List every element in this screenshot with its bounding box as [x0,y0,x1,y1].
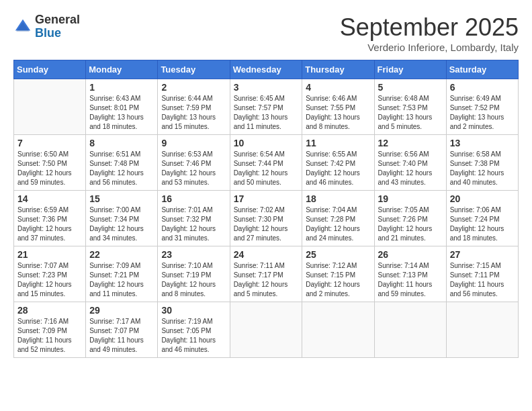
day-info: Sunrise: 6:43 AM Sunset: 8:01 PM Dayligh… [89,94,154,132]
day-info: Sunrise: 7:14 AM Sunset: 7:13 PM Dayligh… [378,261,443,299]
calendar-cell: 2Sunrise: 6:44 AM Sunset: 7:59 PM Daylig… [158,79,230,135]
calendar-cell: 16Sunrise: 7:01 AM Sunset: 7:32 PM Dayli… [158,191,230,246]
day-number: 28 [17,305,82,316]
day-number: 29 [89,305,154,316]
day-number: 2 [161,82,226,93]
day-number: 16 [161,193,226,204]
day-number: 27 [450,249,515,260]
day-info: Sunrise: 6:59 AM Sunset: 7:36 PM Dayligh… [17,205,82,243]
day-info: Sunrise: 6:45 AM Sunset: 7:57 PM Dayligh… [234,94,299,132]
calendar-cell: 29Sunrise: 7:17 AM Sunset: 7:07 PM Dayli… [86,302,158,358]
day-info: Sunrise: 6:58 AM Sunset: 7:38 PM Dayligh… [450,150,515,187]
weekday-header: Sunday [14,60,86,79]
day-info: Sunrise: 7:00 AM Sunset: 7:34 PM Dayligh… [89,205,154,243]
calendar-cell: 22Sunrise: 7:09 AM Sunset: 7:21 PM Dayli… [86,246,158,302]
calendar-cell: 8Sunrise: 6:51 AM Sunset: 7:48 PM Daylig… [86,135,158,191]
calendar-cell [302,302,374,358]
weekday-row: SundayMondayTuesdayWednesdayThursdayFrid… [14,60,519,79]
weekday-header: Saturday [446,60,518,79]
calendar-cell: 23Sunrise: 7:10 AM Sunset: 7:19 PM Dayli… [158,246,230,302]
day-info: Sunrise: 6:49 AM Sunset: 7:52 PM Dayligh… [450,94,515,132]
calendar-cell: 11Sunrise: 6:55 AM Sunset: 7:42 PM Dayli… [302,135,374,191]
day-info: Sunrise: 7:05 AM Sunset: 7:26 PM Dayligh… [378,205,443,243]
calendar-week-row: 7Sunrise: 6:50 AM Sunset: 7:50 PM Daylig… [14,135,519,191]
calendar-week-row: 28Sunrise: 7:16 AM Sunset: 7:09 PM Dayli… [14,302,519,358]
calendar-cell: 15Sunrise: 7:00 AM Sunset: 7:34 PM Dayli… [86,191,158,246]
month-title: September 2025 [340,13,519,42]
day-number: 5 [378,82,443,93]
day-info: Sunrise: 7:19 AM Sunset: 7:05 PM Dayligh… [161,317,226,355]
day-info: Sunrise: 7:01 AM Sunset: 7:32 PM Dayligh… [161,205,226,243]
day-info: Sunrise: 6:51 AM Sunset: 7:48 PM Dayligh… [89,150,154,187]
day-info: Sunrise: 7:07 AM Sunset: 7:23 PM Dayligh… [17,261,82,299]
calendar-week-row: 14Sunrise: 6:59 AM Sunset: 7:36 PM Dayli… [14,191,519,246]
day-info: Sunrise: 6:54 AM Sunset: 7:44 PM Dayligh… [234,150,299,187]
header: General Blue September 2025 Verderio Inf… [13,13,519,53]
calendar-cell: 17Sunrise: 7:02 AM Sunset: 7:30 PM Dayli… [230,191,302,246]
day-number: 22 [89,249,154,260]
day-number: 13 [450,138,515,148]
weekday-header: Thursday [302,60,374,79]
calendar-header: SundayMondayTuesdayWednesdayThursdayFrid… [14,60,519,79]
calendar-week-row: 21Sunrise: 7:07 AM Sunset: 7:23 PM Dayli… [14,246,519,302]
day-number: 7 [17,138,82,148]
day-number: 14 [17,193,82,204]
calendar-week-row: 1Sunrise: 6:43 AM Sunset: 8:01 PM Daylig… [14,79,519,135]
calendar-cell: 28Sunrise: 7:16 AM Sunset: 7:09 PM Dayli… [14,302,86,358]
calendar-cell: 14Sunrise: 6:59 AM Sunset: 7:36 PM Dayli… [14,191,86,246]
calendar-cell: 6Sunrise: 6:49 AM Sunset: 7:52 PM Daylig… [446,79,518,135]
day-info: Sunrise: 7:12 AM Sunset: 7:15 PM Dayligh… [306,261,370,299]
day-number: 25 [306,249,370,260]
calendar-cell: 9Sunrise: 6:53 AM Sunset: 7:46 PM Daylig… [158,135,230,191]
location: Verderio Inferiore, Lombardy, Italy [340,42,519,53]
calendar-cell: 30Sunrise: 7:19 AM Sunset: 7:05 PM Dayli… [158,302,230,358]
day-number: 9 [161,138,226,148]
calendar-table: SundayMondayTuesdayWednesdayThursdayFrid… [13,60,519,358]
day-number: 30 [161,305,226,316]
calendar-cell: 1Sunrise: 6:43 AM Sunset: 8:01 PM Daylig… [86,79,158,135]
day-number: 10 [234,138,299,148]
day-info: Sunrise: 6:53 AM Sunset: 7:46 PM Dayligh… [161,150,226,187]
calendar-cell [14,79,86,135]
weekday-header: Wednesday [230,60,302,79]
day-info: Sunrise: 7:15 AM Sunset: 7:11 PM Dayligh… [450,261,515,299]
calendar-cell: 7Sunrise: 6:50 AM Sunset: 7:50 PM Daylig… [14,135,86,191]
day-info: Sunrise: 7:11 AM Sunset: 7:17 PM Dayligh… [234,261,299,299]
day-number: 21 [17,249,82,260]
day-number: 18 [306,193,370,204]
day-info: Sunrise: 7:17 AM Sunset: 7:07 PM Dayligh… [89,317,154,355]
calendar-cell: 27Sunrise: 7:15 AM Sunset: 7:11 PM Dayli… [446,246,518,302]
day-info: Sunrise: 7:06 AM Sunset: 7:24 PM Dayligh… [450,205,515,243]
day-number: 15 [89,193,154,204]
calendar-cell: 12Sunrise: 6:56 AM Sunset: 7:40 PM Dayli… [374,135,446,191]
logo-general: General [35,13,80,27]
calendar-cell: 5Sunrise: 6:48 AM Sunset: 7:53 PM Daylig… [374,79,446,135]
day-info: Sunrise: 7:04 AM Sunset: 7:28 PM Dayligh… [306,205,370,243]
day-info: Sunrise: 6:50 AM Sunset: 7:50 PM Dayligh… [17,150,82,187]
logo-icon [13,17,32,36]
day-number: 26 [378,249,443,260]
day-info: Sunrise: 7:09 AM Sunset: 7:21 PM Dayligh… [89,261,154,299]
calendar-cell: 10Sunrise: 6:54 AM Sunset: 7:44 PM Dayli… [230,135,302,191]
day-info: Sunrise: 6:46 AM Sunset: 7:55 PM Dayligh… [306,94,370,132]
calendar-cell: 26Sunrise: 7:14 AM Sunset: 7:13 PM Dayli… [374,246,446,302]
day-info: Sunrise: 7:02 AM Sunset: 7:30 PM Dayligh… [234,205,299,243]
title-area: September 2025 Verderio Inferiore, Lomba… [340,13,519,53]
day-number: 4 [306,82,370,93]
calendar-cell [374,302,446,358]
day-info: Sunrise: 6:56 AM Sunset: 7:40 PM Dayligh… [378,150,443,187]
calendar-cell: 3Sunrise: 6:45 AM Sunset: 7:57 PM Daylig… [230,79,302,135]
day-number: 8 [89,138,154,148]
day-info: Sunrise: 6:55 AM Sunset: 7:42 PM Dayligh… [306,150,370,187]
calendar-cell: 20Sunrise: 7:06 AM Sunset: 7:24 PM Dayli… [446,191,518,246]
day-number: 20 [450,193,515,204]
calendar-cell [230,302,302,358]
logo-blue: Blue [35,27,80,40]
weekday-header: Friday [374,60,446,79]
weekday-header: Tuesday [158,60,230,79]
day-number: 23 [161,249,226,260]
calendar-cell: 24Sunrise: 7:11 AM Sunset: 7:17 PM Dayli… [230,246,302,302]
calendar-cell: 4Sunrise: 6:46 AM Sunset: 7:55 PM Daylig… [302,79,374,135]
calendar-cell: 19Sunrise: 7:05 AM Sunset: 7:26 PM Dayli… [374,191,446,246]
day-number: 3 [234,82,299,93]
